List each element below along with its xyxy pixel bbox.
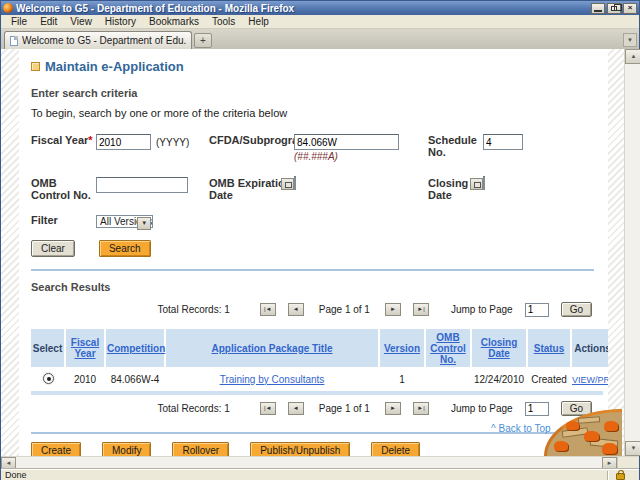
- scroll-up-icon[interactable]: ▲: [625, 49, 640, 64]
- cfda-label: CFDA/Subprogram: [209, 134, 294, 146]
- delete-button[interactable]: Delete: [371, 442, 420, 456]
- jump-to-page-input[interactable]: [525, 402, 549, 416]
- restore-button[interactable]: [607, 3, 621, 14]
- go-button[interactable]: Go: [561, 302, 592, 317]
- previous-page-button[interactable]: ◄: [288, 402, 304, 415]
- view-print-link[interactable]: VIEW/PRINT: [572, 375, 608, 385]
- cell-version: 1: [379, 367, 425, 391]
- restore-icon: [611, 6, 617, 11]
- omb-expiration-input[interactable]: [294, 176, 296, 190]
- tab-welcome-g5[interactable]: Welcome to G5 - Department of Edu...: [4, 31, 192, 49]
- publish-unpublish-button[interactable]: Publish/Unpublish: [250, 442, 350, 456]
- window-title: Welcome to G5 - Department of Education …: [16, 3, 591, 14]
- horizontal-scroll-track[interactable]: [16, 457, 602, 469]
- column-fiscal-year[interactable]: Fiscal Year: [71, 337, 99, 359]
- browser-window: Welcome to G5 - Department of Education …: [0, 0, 640, 480]
- minimize-button[interactable]: [591, 3, 605, 14]
- fiscal-year-input[interactable]: [96, 134, 151, 150]
- list-all-tabs-button[interactable]: ▼: [623, 33, 637, 47]
- status-separator: [607, 471, 608, 480]
- vertical-scrollbar[interactable]: ▲ ▼: [624, 49, 640, 456]
- menu-bookmarks[interactable]: Bookmarks: [143, 15, 205, 28]
- new-tab-button[interactable]: +: [194, 33, 212, 48]
- page-title: Maintain e-Application: [45, 59, 184, 74]
- form-row-1: Fiscal Year* (YYYY) CFDA/Subprogram (##.…: [19, 134, 608, 162]
- search-button[interactable]: Search: [99, 240, 151, 257]
- modify-button[interactable]: Modify: [102, 442, 151, 456]
- scroll-left-icon[interactable]: ◄: [1, 457, 16, 469]
- column-select: Select: [33, 343, 62, 354]
- clear-button[interactable]: Clear: [31, 240, 75, 257]
- column-status[interactable]: Status: [534, 343, 565, 354]
- schedule-no-input[interactable]: [483, 134, 523, 150]
- previous-page-button[interactable]: ◄: [288, 303, 304, 316]
- menu-file[interactable]: File: [5, 15, 33, 28]
- jump-to-page-label: Jump to Page: [451, 304, 513, 315]
- status-bar: Done: [1, 469, 639, 480]
- page-content: Maintain e-Application Enter search crit…: [19, 49, 608, 456]
- filter-select[interactable]: All Versions ▼: [96, 215, 153, 228]
- menu-help[interactable]: Help: [242, 15, 275, 28]
- cell-application-package-title[interactable]: Training by Consultants: [220, 374, 325, 385]
- chevron-down-icon[interactable]: ▼: [137, 217, 151, 230]
- cell-closing-date: 12/24/2010: [471, 367, 527, 391]
- cell-competition: 84.066W-4: [105, 367, 165, 391]
- scroll-right-icon[interactable]: ►: [602, 457, 617, 469]
- pagination-top: Total Records: 1 |◄ ◄ Page 1 of 1 ► ►| J…: [31, 302, 592, 317]
- cell-status: Created: [527, 367, 571, 391]
- firefox-icon: [3, 3, 13, 13]
- title-bar: Welcome to G5 - Department of Education …: [1, 1, 639, 15]
- menu-tools[interactable]: Tools: [206, 15, 241, 28]
- tab-bar: Welcome to G5 - Department of Edu... + ▼: [1, 29, 639, 49]
- calendar-icon[interactable]: [470, 178, 483, 190]
- last-page-button[interactable]: ►|: [413, 402, 429, 415]
- first-page-button[interactable]: |◄: [260, 303, 276, 316]
- column-actions: Actions: [574, 343, 608, 354]
- vertical-scroll-track[interactable]: [625, 64, 640, 441]
- column-closing-date[interactable]: Closing Date: [481, 337, 518, 359]
- column-competition[interactable]: Competition: [107, 343, 165, 354]
- back-to-top-link[interactable]: ^ Back to Top: [491, 423, 551, 434]
- table-row: 2010 84.066W-4 Training by Consultants 1…: [31, 367, 608, 391]
- status-text: Done: [5, 470, 27, 480]
- last-page-button[interactable]: ►|: [413, 303, 429, 316]
- filter-label: Filter: [31, 214, 96, 226]
- results-table: Select Fiscal Year Competition Applicati…: [31, 329, 608, 391]
- column-version[interactable]: Version: [384, 343, 420, 354]
- closing-date-input[interactable]: [483, 176, 485, 190]
- column-application-package-title[interactable]: Application Package Title: [212, 343, 333, 354]
- scrollbar-corner: [617, 457, 639, 469]
- omb-control-input[interactable]: [96, 177, 188, 193]
- jump-to-page-label: Jump to Page: [451, 403, 513, 414]
- next-page-button[interactable]: ►: [385, 402, 401, 415]
- row-select-radio[interactable]: [43, 373, 54, 384]
- form-row-2: OMB Control No. OMB Expiration Date Clos…: [19, 177, 608, 201]
- page-icon: [10, 36, 18, 46]
- first-page-button[interactable]: |◄: [260, 402, 276, 415]
- menu-view[interactable]: View: [64, 15, 98, 28]
- scroll-down-icon[interactable]: ▼: [625, 441, 640, 456]
- next-page-button[interactable]: ►: [385, 303, 401, 316]
- total-records: Total Records: 1: [158, 304, 230, 315]
- rollover-button[interactable]: Rollover: [172, 442, 229, 456]
- minimize-icon: [594, 10, 602, 12]
- menu-history[interactable]: History: [99, 15, 142, 28]
- menu-bar: File Edit View History Bookmarks Tools H…: [1, 15, 639, 29]
- column-omb-control-no[interactable]: OMB Control No.: [430, 332, 466, 365]
- calendar-icon[interactable]: [281, 178, 294, 190]
- search-criteria-heading: Enter search criteria: [31, 87, 608, 99]
- search-button-row: Clear Search: [31, 240, 608, 257]
- security-lock-icon: [616, 473, 625, 480]
- pagination-bottom: Total Records: 1 |◄ ◄ Page 1 of 1 ► ►| J…: [31, 401, 592, 416]
- create-button[interactable]: Create: [31, 442, 81, 456]
- section-divider: [31, 269, 594, 271]
- search-instructions: To begin, search by one or more of the c…: [31, 107, 608, 119]
- cell-fiscal-year: 2010: [65, 367, 105, 391]
- jump-to-page-input[interactable]: [525, 303, 549, 317]
- required-asterisk: *: [88, 134, 92, 146]
- cfda-input[interactable]: [294, 134, 399, 150]
- close-button[interactable]: ×: [623, 3, 637, 14]
- menu-edit[interactable]: Edit: [34, 15, 63, 28]
- horizontal-scrollbar[interactable]: ◄ ►: [1, 456, 639, 469]
- table-bottom-border: [31, 391, 603, 395]
